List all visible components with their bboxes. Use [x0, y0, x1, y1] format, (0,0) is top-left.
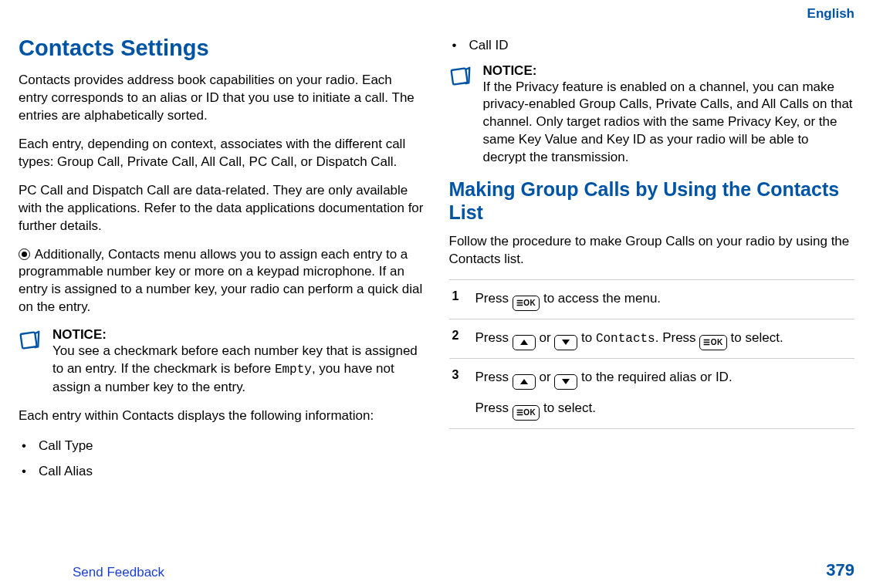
step-item: Press ☰ OK to access the menu. — [449, 279, 855, 319]
paragraph-text: Additionally, Contacts menu allows you t… — [19, 247, 422, 315]
up-button-icon — [513, 374, 536, 390]
info-list-continued: Call ID — [449, 35, 855, 56]
page-number: 379 — [826, 560, 854, 580]
down-button-icon — [554, 335, 577, 350]
ok-button-icon: ☰ OK — [513, 405, 540, 421]
list-item: Call Type — [19, 436, 425, 456]
left-column: Contacts Settings Contacts provides addr… — [19, 35, 425, 489]
document-page: English Contacts Settings Contacts provi… — [0, 0, 873, 588]
step-text: . Press — [655, 330, 700, 345]
ok-label: OK — [523, 407, 536, 419]
notice-icon — [449, 63, 474, 167]
info-list: Call Type Call Alias — [19, 436, 425, 482]
step-text: to access the menu. — [543, 291, 661, 306]
notice-block: NOTICE: If the Privacy feature is enable… — [449, 63, 855, 167]
down-button-icon — [554, 374, 577, 390]
page-footer: Send Feedback 379 — [19, 560, 854, 580]
step-text: to select. — [543, 400, 596, 415]
paragraph: Additionally, Contacts menu allows you t… — [19, 246, 425, 317]
list-item: Call Alias — [19, 461, 425, 482]
step-text: Press — [475, 400, 513, 415]
ok-label: OK — [523, 297, 536, 309]
ok-label: OK — [711, 336, 723, 349]
paragraph: Contacts provides address book capabilit… — [19, 72, 425, 125]
triangle-down-icon — [562, 340, 570, 345]
paragraph: Each entry, depending on context, associ… — [19, 136, 425, 171]
paragraph: Follow the procedure to make Group Calls… — [449, 233, 855, 269]
svg-rect-0 — [21, 333, 37, 349]
procedure-steps: Press ☰ OK to access the menu. Press or … — [449, 279, 855, 429]
step-item: Press or to the required alias or ID. Pr… — [449, 358, 855, 429]
paragraph: PC Call and Dispatch Call are data-relat… — [19, 182, 425, 235]
section-heading-group-calls: Making Group Calls by Using the Contacts… — [449, 177, 855, 224]
notice-body: NOTICE: You see a checkmark before each … — [52, 327, 425, 396]
notice-text: If the Privacy feature is enabled on a c… — [483, 79, 855, 167]
notice-title: NOTICE: — [483, 63, 855, 79]
two-column-layout: Contacts Settings Contacts provides addr… — [19, 8, 854, 489]
step-text: Press — [475, 330, 513, 345]
radio-bullet-icon — [19, 248, 30, 260]
step-text: or — [539, 330, 554, 345]
paragraph: Each entry within Contacts displays the … — [19, 407, 425, 425]
notice-body: NOTICE: If the Privacy feature is enable… — [483, 63, 855, 167]
step-text: to the required alias or ID. — [581, 370, 733, 384]
ok-button-icon: ☰ OK — [513, 296, 540, 311]
notice-icon — [19, 327, 43, 396]
step-line: Press or to the required alias or ID. — [475, 367, 855, 390]
notice-block: NOTICE: You see a checkmark before each … — [19, 327, 425, 396]
notice-title: NOTICE: — [52, 327, 425, 343]
up-button-icon — [513, 335, 536, 350]
right-column: Call ID NOTICE: If the Privacy feature i… — [449, 35, 855, 489]
language-label: English — [807, 6, 854, 22]
ok-button-icon: ☰ OK — [699, 335, 727, 350]
step-text: to — [581, 330, 596, 345]
mono-empty: Empty — [275, 363, 312, 377]
step-text: to select. — [731, 330, 783, 345]
mono-contacts: Contacts — [596, 332, 655, 346]
section-heading-contacts-settings: Contacts Settings — [19, 35, 425, 61]
step-text: or — [539, 370, 554, 384]
step-line: Press ☰ OK to select. — [475, 397, 855, 421]
step-item: Press or to Contacts. Press ☰ OK to sele… — [449, 319, 855, 358]
triangle-up-icon — [520, 340, 528, 345]
step-text: Press — [475, 291, 513, 306]
triangle-up-icon — [520, 379, 528, 384]
triangle-down-icon — [562, 379, 570, 384]
list-item: Call ID — [449, 35, 855, 56]
step-text: Press — [475, 370, 513, 384]
send-feedback-link[interactable]: Send Feedback — [73, 565, 164, 580]
notice-text: You see a checkmark before each number k… — [52, 343, 425, 396]
svg-rect-1 — [451, 68, 467, 84]
